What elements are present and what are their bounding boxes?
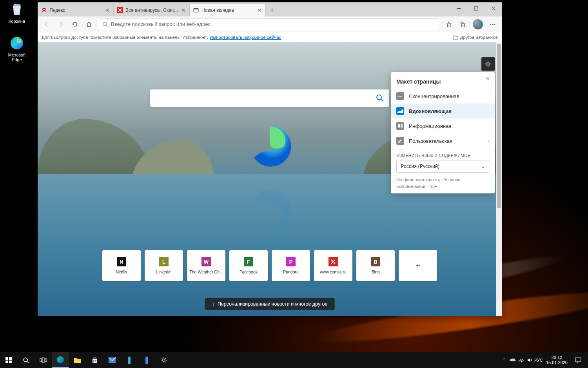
task-view-button[interactable] [34,352,52,368]
language-select[interactable]: Россия (Русский) ⌄ [396,160,489,173]
svg-line-18 [381,99,383,101]
quicklink-weather[interactable]: WThe Weather Ch... [187,250,225,281]
vertical-scrollbar[interactable] [496,42,502,316]
svg-rect-34 [5,361,8,363]
quicklink-add[interactable]: + [399,250,437,281]
taskbar-app2[interactable] [138,352,155,368]
tile-label: Facebook [240,270,258,274]
more-menu-button[interactable] [486,18,499,31]
taskbar: ˄ РУС 20:12 15.01.2020 [0,352,588,368]
other-favorites-button[interactable]: Другое избранное [453,35,498,40]
layout-option-label: Вдохновляющая [409,108,452,114]
svg-line-56 [162,358,163,359]
svg-rect-45 [95,360,96,361]
favorites-bar: Для быстрого доступа поместите избранные… [38,32,502,42]
desktop-icon-label: Microsoft Edge [3,53,31,62]
layout-option-custom[interactable]: Пользовательская › [391,133,495,148]
flyout-close-button[interactable]: ✕ [484,75,492,82]
quicklink-linkedin[interactable]: LLinkedin [145,250,183,281]
close-window-button[interactable] [485,2,502,14]
window-controls [450,2,502,14]
taskbar-app1[interactable] [121,352,138,368]
action-center-button[interactable] [571,357,586,363]
quicklink-facebook[interactable]: FFacebook [229,250,268,281]
tab-newtab[interactable]: Новая вкладка ✕ [190,4,266,16]
page-settings-button[interactable] [481,57,495,71]
svg-text:Я: Я [42,7,46,13]
svg-rect-61 [575,358,581,362]
start-button[interactable] [0,352,17,368]
search-icon [376,94,384,102]
favorite-star-button[interactable] [442,18,456,31]
edge-logo [247,124,292,169]
tile-label: Netflix [116,270,127,274]
tray-clock[interactable]: 20:12 15.01.2020 [543,355,571,365]
svg-rect-44 [93,360,94,361]
svg-rect-33 [9,357,12,360]
svg-line-11 [106,26,107,27]
arrow-down-icon: ↓ [212,301,214,307]
tray-onedrive-icon[interactable] [508,358,517,362]
desktop-icon-recycle-bin[interactable]: Корзина [3,2,31,24]
yandex-icon: Я [41,7,47,13]
svg-rect-28 [398,96,402,97]
taskbar-edge[interactable] [52,352,69,368]
quicklink-comss[interactable]: www.comss.ru [314,250,352,281]
home-button[interactable] [82,18,96,31]
minimize-button[interactable] [450,2,467,14]
back-button[interactable] [40,18,53,31]
custom-layout-icon [396,137,404,145]
svg-rect-32 [5,357,8,360]
quicklink-bing[interactable]: BBing [356,250,395,281]
svg-line-25 [490,66,490,66]
tab-close-button[interactable]: ✕ [105,7,110,13]
layout-option-focused[interactable]: Сконцентрированная [391,89,495,104]
ntp-search-box[interactable] [150,89,389,107]
tile-icon: P [286,257,296,266]
forward-button[interactable] [54,18,67,31]
svg-point-14 [490,24,492,25]
taskbar-explorer[interactable] [69,352,86,368]
quicklink-netflix[interactable]: NNetflix [102,250,141,281]
page-layout-flyout: ✕ Макет страницы Сконцентрированная Вдох… [391,72,495,193]
taskbar-settings[interactable] [155,352,172,368]
tray-chevron-up-icon[interactable]: ˄ [500,358,508,363]
tray-network-icon[interactable] [517,358,526,363]
tray-volume-icon[interactable] [526,358,534,363]
nav-toolbar [38,16,502,32]
taskbar-search-button[interactable] [17,352,34,368]
tab-close-button[interactable]: ✕ [257,7,262,13]
taskbar-store[interactable] [86,352,103,368]
quicklink-pandora[interactable]: PPandora [272,250,310,281]
tab-yandex[interactable]: Я Яндекс ✕ [38,4,114,16]
layout-option-label: Информационная [409,123,451,129]
import-favorites-link[interactable]: Импортировать избранное сейчас [210,35,281,40]
search-icon [102,22,108,27]
layout-option-informational[interactable]: Информационная [391,118,495,133]
address-bar[interactable] [99,18,439,30]
tab-antivirus[interactable]: Все антивирусы. Скачать беспл ✕ [114,4,190,16]
scrollbar-thumb[interactable] [497,44,501,208]
svg-rect-0 [14,4,20,5]
svg-line-37 [27,361,29,363]
favorites-list-button[interactable] [456,18,470,31]
refresh-button[interactable] [68,18,82,31]
favorites-hint-text: Для быстрого доступа поместите избранные… [42,35,208,40]
svg-point-19 [487,63,489,65]
tray-language[interactable]: РУС [534,358,543,363]
maximize-button[interactable] [467,2,485,14]
new-tab-button[interactable]: + [266,4,278,16]
address-input[interactable] [111,21,436,27]
tab-close-button[interactable]: ✕ [181,7,186,13]
desktop-icon-label: Корзина [3,19,31,24]
profile-avatar[interactable] [473,19,483,29]
gear-icon [485,60,492,67]
svg-point-36 [24,358,27,362]
personalized-news-button[interactable]: ↓ Персонализированные новости и многое д… [205,298,335,310]
desktop-icon-edge[interactable]: Microsoft Edge [3,35,31,62]
taskbar-mail[interactable] [103,352,121,368]
edge-logo-reflection [247,188,292,233]
svg-rect-38 [40,359,42,362]
privacy-link[interactable]: Конфиденциальность [396,177,440,182]
layout-option-inspiring[interactable]: Вдохновляющая [391,104,495,118]
